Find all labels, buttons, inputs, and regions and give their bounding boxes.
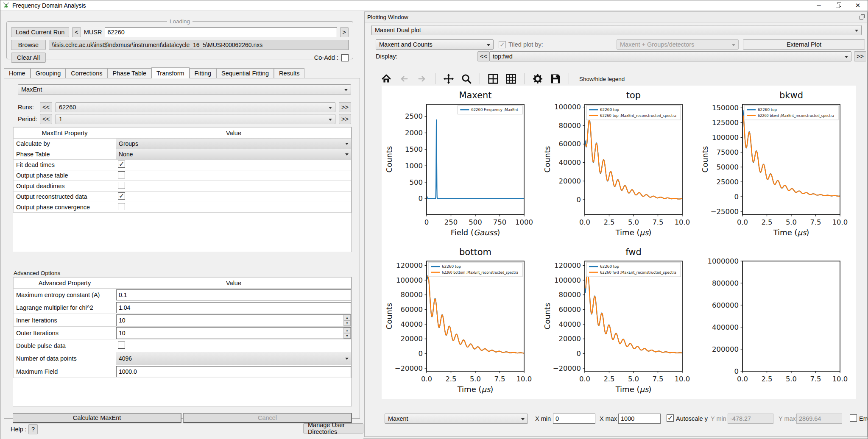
svg-text:2000: 2000 xyxy=(405,129,423,137)
svg-text:62260 top: 62260 top xyxy=(758,108,777,112)
show-hide-legend-button[interactable]: Show/hide legend xyxy=(576,74,628,84)
help-button[interactable]: ? xyxy=(28,424,38,434)
home-view-button[interactable] xyxy=(380,72,393,85)
svg-text:7.5: 7.5 xyxy=(810,218,821,226)
tab-corrections[interactable]: Corrections xyxy=(66,68,107,78)
figure-options-button[interactable] xyxy=(531,72,544,85)
inner-iterations-spinner[interactable] xyxy=(116,314,351,326)
back-view-button[interactable] xyxy=(398,72,410,85)
period-dropdown[interactable]: 1 xyxy=(56,114,335,124)
transform-method-dropdown[interactable]: MaxEnt xyxy=(18,84,351,94)
plot-fwd[interactable]: fwd0.02.55.07.510.0−20000020000400006000… xyxy=(540,242,698,399)
data-type-dropdown[interactable]: Maxent and Counts xyxy=(376,39,494,50)
output-deadtimes-checkbox[interactable] xyxy=(118,182,125,189)
tab-transform[interactable]: Transform xyxy=(151,67,190,78)
display-next-button[interactable]: >> xyxy=(854,51,866,61)
toolbar-separator xyxy=(480,73,480,84)
svg-text:100000: 100000 xyxy=(554,103,581,111)
svg-text:−25000: −25000 xyxy=(711,208,739,216)
spin-down-icon[interactable]: ▼ xyxy=(343,333,351,339)
maximum-field-input[interactable] xyxy=(116,366,351,377)
frequency-domain-panel: Loading Load Current Run < MUSR > Browse… xyxy=(0,11,363,439)
svg-text:Time (μs): Time (μs) xyxy=(615,385,651,394)
table-row: Double pulse data xyxy=(14,339,352,352)
spin-up-icon[interactable]: ▲ xyxy=(343,328,351,333)
figure-canvas: Maxent0250500750100005001000150020002500… xyxy=(382,86,856,399)
svg-text:5.0: 5.0 xyxy=(786,375,797,383)
svg-text:100000: 100000 xyxy=(554,276,581,284)
plot-maxent[interactable]: Maxent0250500750100005001000150020002500… xyxy=(382,86,540,242)
max-entropy-constant-input[interactable] xyxy=(116,289,351,300)
output-phase-table-checkbox[interactable] xyxy=(118,171,125,178)
plot-top[interactable]: top0.02.55.07.510.0020000400006000080000… xyxy=(540,86,698,242)
axes-grid-button[interactable] xyxy=(505,72,517,85)
tiled-plot-checkbox[interactable] xyxy=(499,41,506,48)
phase-table-dropdown[interactable]: None xyxy=(116,149,351,159)
zoom-to-rect-button[interactable] xyxy=(460,72,473,85)
spin-up-icon[interactable]: ▲ xyxy=(343,315,351,320)
output-reconstructed-data-checkbox[interactable] xyxy=(118,192,125,200)
previous-run-button[interactable]: < xyxy=(72,27,81,37)
run-number-input[interactable] xyxy=(105,27,337,37)
svg-text:20000: 20000 xyxy=(401,335,423,343)
svg-text:2500: 2500 xyxy=(405,112,423,120)
external-plot-button[interactable]: External Plot xyxy=(743,39,865,50)
outer-iterations-spinner[interactable] xyxy=(116,327,351,339)
close-button[interactable]: ✕ xyxy=(848,0,868,10)
double-pulse-data-checkbox[interactable] xyxy=(118,342,125,349)
spin-down-icon[interactable]: ▼ xyxy=(343,320,351,326)
tab-results[interactable]: Results xyxy=(274,68,304,78)
runs-dropdown[interactable]: 62260 xyxy=(56,102,335,112)
workspace-dropdown[interactable]: Maxent xyxy=(385,414,528,424)
svg-text:75000: 75000 xyxy=(717,148,739,156)
svg-text:40000: 40000 xyxy=(558,320,581,328)
plot-empty[interactable]: 0.02.55.07.510.0020000040000060000080000… xyxy=(698,242,856,399)
period-next-button[interactable]: >> xyxy=(339,114,351,124)
display-dropdown[interactable]: top:fwd xyxy=(489,51,851,61)
clear-all-button[interactable]: Clear All xyxy=(11,53,46,63)
save-figure-button[interactable] xyxy=(549,72,562,85)
manage-user-directories-button[interactable]: Manage User Directories xyxy=(303,423,363,433)
svg-text:5.0: 5.0 xyxy=(628,375,639,383)
plot-bkwd[interactable]: bkwd0.02.55.07.510.0−2500002500050000750… xyxy=(698,86,856,242)
restore-button[interactable] xyxy=(829,0,848,10)
co-add-checkbox[interactable] xyxy=(341,54,349,61)
forward-view-button[interactable] xyxy=(416,72,428,85)
plot-type-dropdown[interactable]: Maxent Dual plot xyxy=(371,25,862,35)
svg-text:7.5: 7.5 xyxy=(494,375,505,383)
instrument-label: MUSR xyxy=(84,29,102,36)
period-prev-button[interactable]: << xyxy=(40,114,52,124)
plot-bottom[interactable]: bottom0.02.55.07.510.0−20000020000400006… xyxy=(382,242,540,399)
configure-subplots-button[interactable] xyxy=(487,72,500,85)
tab-phase-table[interactable]: Phase Table xyxy=(107,68,151,78)
runs-next-button[interactable]: >> xyxy=(339,102,351,112)
y-min-input xyxy=(728,414,773,424)
runs-prev-button[interactable]: << xyxy=(40,102,52,112)
display-prev-button[interactable]: << xyxy=(477,51,490,61)
float-window-icon[interactable] xyxy=(860,14,865,19)
x-min-input[interactable] xyxy=(553,414,595,424)
autoscale-y-checkbox[interactable] xyxy=(667,414,674,422)
tab-grouping[interactable]: Grouping xyxy=(31,68,66,78)
load-current-run-button[interactable]: Load Current Run xyxy=(11,27,69,37)
left-footer: Help : ? Manage User Directories xyxy=(0,420,363,439)
plotting-window-titlebar[interactable]: Plotting Window xyxy=(365,12,867,22)
y-min-label: Y min xyxy=(711,415,726,422)
errors-checkbox[interactable] xyxy=(850,414,857,422)
x-max-input[interactable] xyxy=(618,414,661,424)
table-row: Output reconstructed data xyxy=(14,192,352,202)
next-run-button[interactable]: > xyxy=(340,27,349,37)
calculate-by-dropdown[interactable]: Groups xyxy=(116,139,351,149)
tab-sequential-fitting[interactable]: Sequential Fitting xyxy=(216,68,274,78)
tab-home[interactable]: Home xyxy=(4,68,31,78)
pan-button[interactable] xyxy=(442,72,455,85)
tab-fitting[interactable]: Fitting xyxy=(190,68,217,78)
output-phase-convergence-checkbox[interactable] xyxy=(118,203,125,210)
chevron-down-icon xyxy=(329,107,332,109)
property-label: Maximum Field xyxy=(14,365,116,378)
fit-dead-times-checkbox[interactable] xyxy=(118,161,125,168)
browse-button[interactable]: Browse xyxy=(11,40,46,50)
minimize-button[interactable]: ─ xyxy=(809,0,829,10)
number-of-data-points-dropdown[interactable]: 4096 xyxy=(116,352,351,365)
lagrange-multiplier-input[interactable] xyxy=(116,302,351,313)
